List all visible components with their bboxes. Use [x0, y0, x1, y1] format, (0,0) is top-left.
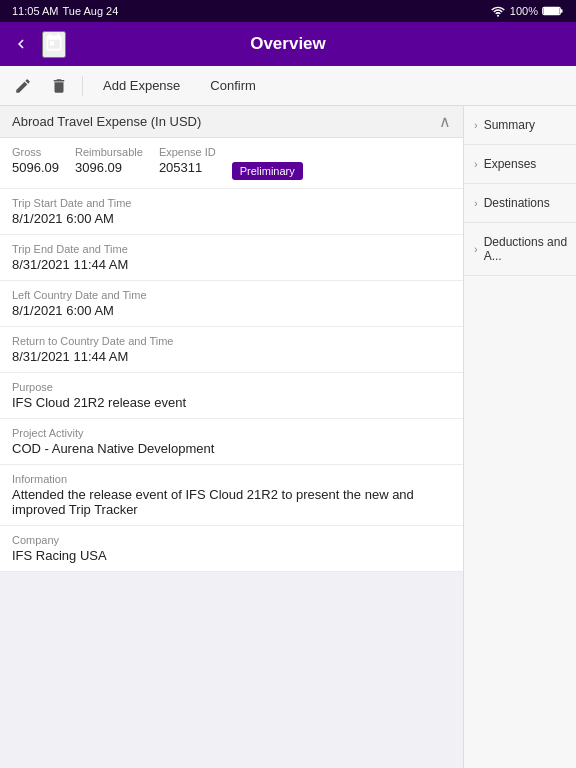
status-bar-right: 100%	[490, 5, 564, 17]
add-expense-button[interactable]: Add Expense	[91, 73, 192, 98]
reimbursable-label: Reimbursable	[75, 146, 143, 158]
form-field: PurposeIFS Cloud 21R2 release event	[0, 373, 463, 419]
reimbursable-field: Reimbursable 3096.09	[75, 146, 143, 175]
form-field-value: IFS Cloud 21R2 release event	[12, 395, 451, 410]
form-field-value: COD - Aurena Native Development	[12, 441, 451, 456]
form-field-value: 8/31/2021 11:44 AM	[12, 349, 451, 364]
form-fields: Trip Start Date and Time8/1/2021 6:00 AM…	[0, 189, 463, 572]
delete-icon	[50, 77, 68, 95]
form-field-value: IFS Racing USA	[12, 548, 451, 563]
form-field-value: 8/1/2021 6:00 AM	[12, 303, 451, 318]
sidebar-item-label: Deductions and A...	[484, 235, 568, 263]
edit-button[interactable]	[8, 73, 38, 99]
form-field-value: 8/1/2021 6:00 AM	[12, 211, 451, 226]
sidebar-item-label: Destinations	[484, 196, 568, 210]
sidebar-item-label: Expenses	[484, 157, 568, 171]
summary-row: Gross 5096.09 Reimbursable 3096.09 Expen…	[0, 138, 463, 189]
form-field: Left Country Date and Time8/1/2021 6:00 …	[0, 281, 463, 327]
toolbar: Add Expense Confirm	[0, 66, 576, 106]
form-field-label: Left Country Date and Time	[12, 289, 451, 301]
form-field-label: Return to Country Date and Time	[12, 335, 451, 347]
form-field: InformationAttended the release event of…	[0, 465, 463, 526]
sidebar-item-2[interactable]: ›Destinations	[464, 184, 576, 223]
svg-rect-2	[543, 8, 559, 14]
form-field: Project ActivityCOD - Aurena Native Deve…	[0, 419, 463, 465]
delete-button[interactable]	[44, 73, 74, 99]
collapse-icon[interactable]: ∧	[439, 112, 451, 131]
form-field-label: Trip End Date and Time	[12, 243, 451, 255]
section-header: Abroad Travel Expense (In USD) ∧	[0, 106, 463, 138]
status-time: 11:05 AM	[12, 5, 58, 17]
edit-icon	[14, 77, 32, 95]
content-area: Abroad Travel Expense (In USD) ∧ Gross 5…	[0, 106, 464, 768]
calendar-button[interactable]	[42, 31, 66, 58]
form-field: Trip End Date and Time8/31/2021 11:44 AM	[0, 235, 463, 281]
sidebar-item-3[interactable]: ›Deductions and A...	[464, 223, 576, 276]
expense-id-value: 205311	[159, 160, 216, 175]
back-chevron-icon	[12, 35, 30, 53]
sidebar-item-label: Summary	[484, 118, 568, 132]
sidebar-item-1[interactable]: ›Expenses	[464, 145, 576, 184]
sidebar-items: ›Summary›Expenses›Destinations›Deduction…	[464, 106, 576, 276]
svg-rect-1	[560, 9, 562, 13]
toolbar-separator	[82, 76, 83, 96]
form-field: Trip Start Date and Time8/1/2021 6:00 AM	[0, 189, 463, 235]
page-title: Overview	[250, 34, 326, 54]
form-field-label: Project Activity	[12, 427, 451, 439]
form-field: CompanyIFS Racing USA	[0, 526, 463, 572]
back-button[interactable]	[8, 31, 34, 57]
section-title: Abroad Travel Expense (In USD)	[12, 114, 201, 129]
form-field: Return to Country Date and Time8/31/2021…	[0, 327, 463, 373]
badge-field: Preliminary	[232, 146, 303, 180]
status-day: Tue Aug 24	[62, 5, 118, 17]
sidebar: ›Summary›Expenses›Destinations›Deduction…	[464, 106, 576, 768]
form-field-label: Information	[12, 473, 451, 485]
reimbursable-value: 3096.09	[75, 160, 143, 175]
sidebar-chevron-icon: ›	[474, 197, 478, 209]
form-field-label: Company	[12, 534, 451, 546]
form-field-label: Trip Start Date and Time	[12, 197, 451, 209]
gross-value: 5096.09	[12, 160, 59, 175]
expense-id-label: Expense ID	[159, 146, 216, 158]
confirm-button[interactable]: Confirm	[198, 73, 268, 98]
sidebar-item-0[interactable]: ›Summary	[464, 106, 576, 145]
form-field-label: Purpose	[12, 381, 451, 393]
sidebar-chevron-icon: ›	[474, 119, 478, 131]
sidebar-chevron-icon: ›	[474, 158, 478, 170]
empty-area	[0, 572, 463, 768]
status-bar-left: 11:05 AM Tue Aug 24	[12, 5, 118, 17]
form-field-value: Attended the release event of IFS Cloud …	[12, 487, 451, 517]
sidebar-chevron-icon: ›	[474, 243, 478, 255]
wifi-icon	[490, 5, 506, 17]
status-bar: 11:05 AM Tue Aug 24 100%	[0, 0, 576, 22]
header: Overview	[0, 22, 576, 66]
status-badge: Preliminary	[232, 162, 303, 180]
gross-label: Gross	[12, 146, 59, 158]
form-field-value: 8/31/2021 11:44 AM	[12, 257, 451, 272]
battery-icon	[542, 5, 564, 17]
gross-field: Gross 5096.09	[12, 146, 59, 175]
calendar-icon	[44, 33, 64, 53]
main-layout: Abroad Travel Expense (In USD) ∧ Gross 5…	[0, 106, 576, 768]
battery-level: 100%	[510, 5, 538, 17]
expense-id-field: Expense ID 205311	[159, 146, 216, 175]
